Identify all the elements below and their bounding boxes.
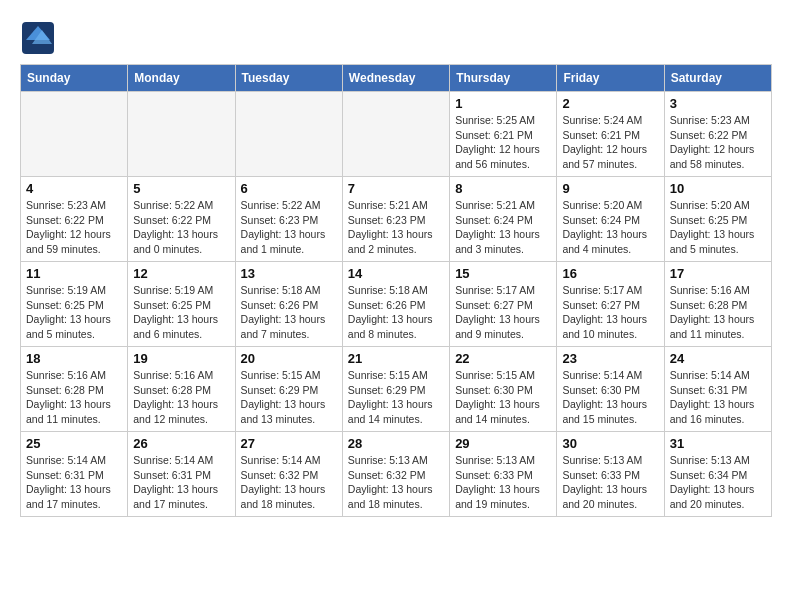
- header-day-sunday: Sunday: [21, 65, 128, 92]
- day-info: Sunrise: 5:18 AM Sunset: 6:26 PM Dayligh…: [241, 283, 337, 342]
- calendar-cell: 25Sunrise: 5:14 AM Sunset: 6:31 PM Dayli…: [21, 432, 128, 517]
- day-number: 5: [133, 181, 229, 196]
- header-row: SundayMondayTuesdayWednesdayThursdayFrid…: [21, 65, 772, 92]
- day-number: 4: [26, 181, 122, 196]
- calendar-cell: 28Sunrise: 5:13 AM Sunset: 6:32 PM Dayli…: [342, 432, 449, 517]
- day-info: Sunrise: 5:21 AM Sunset: 6:23 PM Dayligh…: [348, 198, 444, 257]
- calendar-cell: 24Sunrise: 5:14 AM Sunset: 6:31 PM Dayli…: [664, 347, 771, 432]
- day-info: Sunrise: 5:13 AM Sunset: 6:34 PM Dayligh…: [670, 453, 766, 512]
- day-info: Sunrise: 5:15 AM Sunset: 6:30 PM Dayligh…: [455, 368, 551, 427]
- calendar-cell: 2Sunrise: 5:24 AM Sunset: 6:21 PM Daylig…: [557, 92, 664, 177]
- day-number: 23: [562, 351, 658, 366]
- header-day-wednesday: Wednesday: [342, 65, 449, 92]
- page-header: [20, 20, 772, 56]
- day-number: 24: [670, 351, 766, 366]
- header-day-saturday: Saturday: [664, 65, 771, 92]
- calendar-cell: 31Sunrise: 5:13 AM Sunset: 6:34 PM Dayli…: [664, 432, 771, 517]
- day-info: Sunrise: 5:14 AM Sunset: 6:31 PM Dayligh…: [26, 453, 122, 512]
- day-number: 16: [562, 266, 658, 281]
- calendar-cell: 20Sunrise: 5:15 AM Sunset: 6:29 PM Dayli…: [235, 347, 342, 432]
- day-number: 25: [26, 436, 122, 451]
- day-number: 26: [133, 436, 229, 451]
- day-number: 7: [348, 181, 444, 196]
- calendar-cell: 14Sunrise: 5:18 AM Sunset: 6:26 PM Dayli…: [342, 262, 449, 347]
- day-number: 1: [455, 96, 551, 111]
- calendar-cell: 9Sunrise: 5:20 AM Sunset: 6:24 PM Daylig…: [557, 177, 664, 262]
- day-info: Sunrise: 5:22 AM Sunset: 6:22 PM Dayligh…: [133, 198, 229, 257]
- day-info: Sunrise: 5:16 AM Sunset: 6:28 PM Dayligh…: [26, 368, 122, 427]
- day-number: 20: [241, 351, 337, 366]
- day-number: 27: [241, 436, 337, 451]
- day-number: 18: [26, 351, 122, 366]
- calendar-cell: 10Sunrise: 5:20 AM Sunset: 6:25 PM Dayli…: [664, 177, 771, 262]
- calendar-cell: 4Sunrise: 5:23 AM Sunset: 6:22 PM Daylig…: [21, 177, 128, 262]
- day-info: Sunrise: 5:14 AM Sunset: 6:30 PM Dayligh…: [562, 368, 658, 427]
- day-info: Sunrise: 5:24 AM Sunset: 6:21 PM Dayligh…: [562, 113, 658, 172]
- day-number: 28: [348, 436, 444, 451]
- day-number: 12: [133, 266, 229, 281]
- calendar-cell: [342, 92, 449, 177]
- day-info: Sunrise: 5:15 AM Sunset: 6:29 PM Dayligh…: [348, 368, 444, 427]
- day-number: 30: [562, 436, 658, 451]
- day-number: 15: [455, 266, 551, 281]
- calendar-cell: 26Sunrise: 5:14 AM Sunset: 6:31 PM Dayli…: [128, 432, 235, 517]
- calendar-cell: 30Sunrise: 5:13 AM Sunset: 6:33 PM Dayli…: [557, 432, 664, 517]
- calendar-header: SundayMondayTuesdayWednesdayThursdayFrid…: [21, 65, 772, 92]
- day-number: 31: [670, 436, 766, 451]
- logo: [20, 20, 60, 56]
- calendar-cell: 11Sunrise: 5:19 AM Sunset: 6:25 PM Dayli…: [21, 262, 128, 347]
- calendar-cell: 21Sunrise: 5:15 AM Sunset: 6:29 PM Dayli…: [342, 347, 449, 432]
- calendar-cell: [235, 92, 342, 177]
- day-info: Sunrise: 5:16 AM Sunset: 6:28 PM Dayligh…: [133, 368, 229, 427]
- calendar-week-3: 18Sunrise: 5:16 AM Sunset: 6:28 PM Dayli…: [21, 347, 772, 432]
- calendar-cell: 5Sunrise: 5:22 AM Sunset: 6:22 PM Daylig…: [128, 177, 235, 262]
- calendar-cell: 18Sunrise: 5:16 AM Sunset: 6:28 PM Dayli…: [21, 347, 128, 432]
- header-day-thursday: Thursday: [450, 65, 557, 92]
- calendar-cell: 23Sunrise: 5:14 AM Sunset: 6:30 PM Dayli…: [557, 347, 664, 432]
- day-number: 14: [348, 266, 444, 281]
- day-info: Sunrise: 5:15 AM Sunset: 6:29 PM Dayligh…: [241, 368, 337, 427]
- day-info: Sunrise: 5:17 AM Sunset: 6:27 PM Dayligh…: [455, 283, 551, 342]
- day-info: Sunrise: 5:18 AM Sunset: 6:26 PM Dayligh…: [348, 283, 444, 342]
- calendar-week-1: 4Sunrise: 5:23 AM Sunset: 6:22 PM Daylig…: [21, 177, 772, 262]
- day-number: 11: [26, 266, 122, 281]
- day-info: Sunrise: 5:17 AM Sunset: 6:27 PM Dayligh…: [562, 283, 658, 342]
- day-info: Sunrise: 5:20 AM Sunset: 6:24 PM Dayligh…: [562, 198, 658, 257]
- day-info: Sunrise: 5:13 AM Sunset: 6:33 PM Dayligh…: [455, 453, 551, 512]
- day-info: Sunrise: 5:13 AM Sunset: 6:33 PM Dayligh…: [562, 453, 658, 512]
- day-info: Sunrise: 5:22 AM Sunset: 6:23 PM Dayligh…: [241, 198, 337, 257]
- calendar-cell: 15Sunrise: 5:17 AM Sunset: 6:27 PM Dayli…: [450, 262, 557, 347]
- logo-icon: [20, 20, 56, 56]
- day-number: 6: [241, 181, 337, 196]
- calendar-cell: 13Sunrise: 5:18 AM Sunset: 6:26 PM Dayli…: [235, 262, 342, 347]
- calendar-body: 1Sunrise: 5:25 AM Sunset: 6:21 PM Daylig…: [21, 92, 772, 517]
- day-info: Sunrise: 5:23 AM Sunset: 6:22 PM Dayligh…: [670, 113, 766, 172]
- calendar-cell: 19Sunrise: 5:16 AM Sunset: 6:28 PM Dayli…: [128, 347, 235, 432]
- day-number: 19: [133, 351, 229, 366]
- calendar-cell: 7Sunrise: 5:21 AM Sunset: 6:23 PM Daylig…: [342, 177, 449, 262]
- calendar-cell: 8Sunrise: 5:21 AM Sunset: 6:24 PM Daylig…: [450, 177, 557, 262]
- day-info: Sunrise: 5:13 AM Sunset: 6:32 PM Dayligh…: [348, 453, 444, 512]
- day-number: 22: [455, 351, 551, 366]
- day-number: 17: [670, 266, 766, 281]
- day-number: 3: [670, 96, 766, 111]
- calendar-cell: 1Sunrise: 5:25 AM Sunset: 6:21 PM Daylig…: [450, 92, 557, 177]
- day-info: Sunrise: 5:25 AM Sunset: 6:21 PM Dayligh…: [455, 113, 551, 172]
- day-info: Sunrise: 5:14 AM Sunset: 6:31 PM Dayligh…: [133, 453, 229, 512]
- day-info: Sunrise: 5:14 AM Sunset: 6:32 PM Dayligh…: [241, 453, 337, 512]
- header-day-tuesday: Tuesday: [235, 65, 342, 92]
- calendar-week-4: 25Sunrise: 5:14 AM Sunset: 6:31 PM Dayli…: [21, 432, 772, 517]
- header-day-friday: Friday: [557, 65, 664, 92]
- day-number: 10: [670, 181, 766, 196]
- calendar-cell: 22Sunrise: 5:15 AM Sunset: 6:30 PM Dayli…: [450, 347, 557, 432]
- calendar-cell: 27Sunrise: 5:14 AM Sunset: 6:32 PM Dayli…: [235, 432, 342, 517]
- day-number: 2: [562, 96, 658, 111]
- day-number: 13: [241, 266, 337, 281]
- calendar-cell: 6Sunrise: 5:22 AM Sunset: 6:23 PM Daylig…: [235, 177, 342, 262]
- calendar-cell: 3Sunrise: 5:23 AM Sunset: 6:22 PM Daylig…: [664, 92, 771, 177]
- calendar-week-0: 1Sunrise: 5:25 AM Sunset: 6:21 PM Daylig…: [21, 92, 772, 177]
- day-info: Sunrise: 5:23 AM Sunset: 6:22 PM Dayligh…: [26, 198, 122, 257]
- day-info: Sunrise: 5:16 AM Sunset: 6:28 PM Dayligh…: [670, 283, 766, 342]
- day-number: 8: [455, 181, 551, 196]
- calendar-cell: [21, 92, 128, 177]
